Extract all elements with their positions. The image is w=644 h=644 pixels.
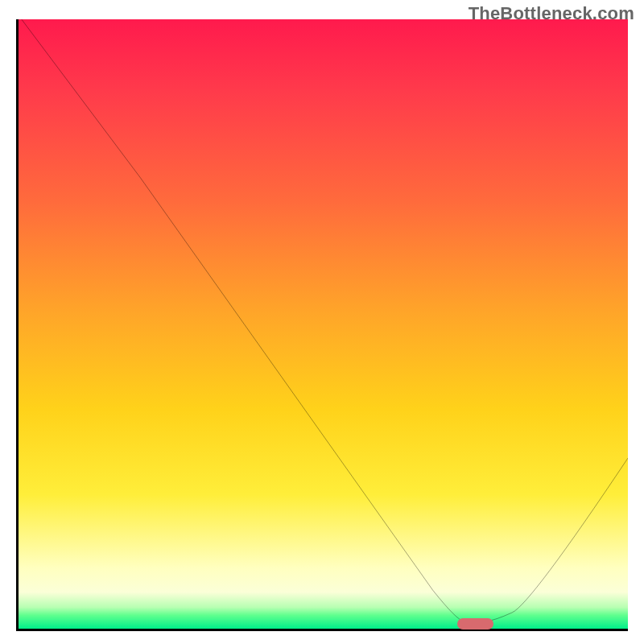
plot-area [16,19,628,631]
chart-root: TheBottleneck.com [0,0,644,644]
optimal-zone-marker [457,618,493,630]
bottleneck-curve [19,19,628,629]
curve-path [22,19,628,621]
